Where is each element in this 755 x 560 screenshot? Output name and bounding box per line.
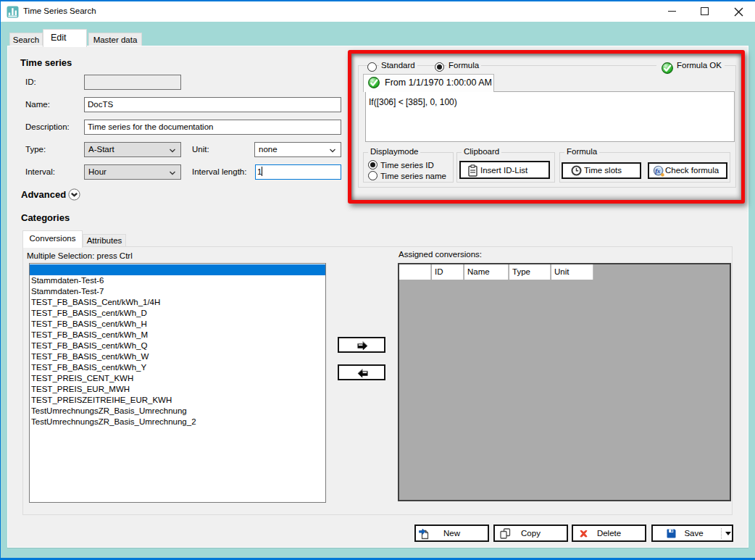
svg-text:fx: fx (655, 167, 661, 175)
